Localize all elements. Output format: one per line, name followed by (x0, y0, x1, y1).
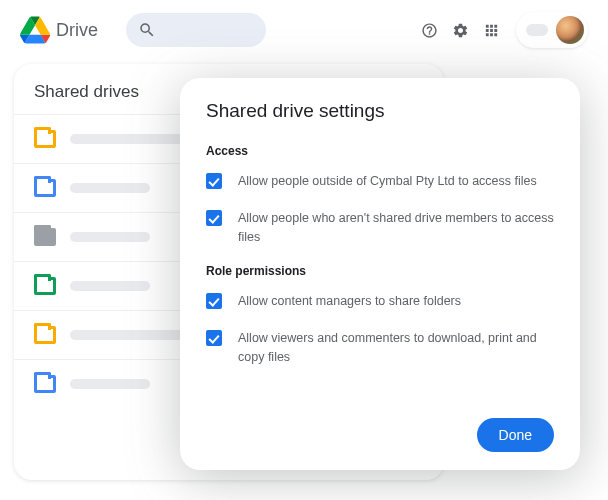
setting-label: Allow content managers to share folders (238, 292, 461, 311)
apps-icon[interactable] (483, 22, 500, 39)
placeholder-line (70, 281, 150, 291)
gear-icon[interactable] (452, 22, 469, 39)
folder-icon (34, 228, 56, 246)
folder-icon (34, 375, 56, 393)
top-icons (421, 22, 500, 39)
checkbox-icon[interactable] (206, 210, 222, 226)
setting-allow-outside[interactable]: Allow people outside of Cymbal Pty Ltd t… (206, 172, 554, 191)
folder-icon (34, 130, 56, 148)
drive-logo[interactable]: Drive (20, 15, 98, 45)
org-label (526, 24, 548, 36)
app-name: Drive (56, 20, 98, 41)
checkbox-icon[interactable] (206, 293, 222, 309)
drive-icon (20, 15, 50, 45)
placeholder-line (70, 330, 190, 340)
done-button[interactable]: Done (477, 418, 554, 452)
setting-managers-share[interactable]: Allow content managers to share folders (206, 292, 554, 311)
setting-allow-nonmembers[interactable]: Allow people who aren't shared drive mem… (206, 209, 554, 247)
search-input[interactable] (126, 13, 266, 47)
section-access-label: Access (206, 144, 554, 158)
folder-icon (34, 277, 56, 295)
section-roles-label: Role permissions (206, 264, 554, 278)
shared-drive-settings-dialog: Shared drive settings Access Allow peopl… (180, 78, 580, 470)
setting-label: Allow people outside of Cymbal Pty Ltd t… (238, 172, 537, 191)
checkbox-icon[interactable] (206, 173, 222, 189)
account-chip[interactable] (516, 12, 588, 48)
settings-dialog-wrap: Shared drive settings Access Allow peopl… (180, 78, 580, 470)
folder-icon (34, 326, 56, 344)
setting-label: Allow people who aren't shared drive mem… (238, 209, 554, 247)
dialog-title: Shared drive settings (206, 100, 554, 122)
folder-icon (34, 179, 56, 197)
setting-viewers-download[interactable]: Allow viewers and commenters to download… (206, 329, 554, 367)
placeholder-line (70, 232, 150, 242)
placeholder-line (70, 183, 150, 193)
setting-label: Allow viewers and commenters to download… (238, 329, 554, 367)
placeholder-line (70, 134, 190, 144)
search-icon (138, 21, 156, 39)
avatar (556, 16, 584, 44)
checkbox-icon[interactable] (206, 330, 222, 346)
topbar: Drive (0, 0, 608, 54)
help-icon[interactable] (421, 22, 438, 39)
placeholder-line (70, 379, 150, 389)
